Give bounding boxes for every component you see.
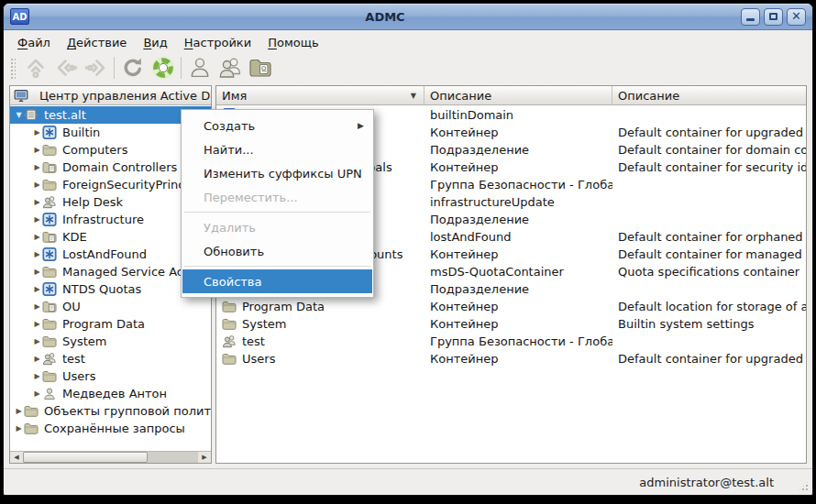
app-icon: AD xyxy=(10,8,29,25)
close-button[interactable]: ✕ xyxy=(787,8,806,26)
menu-item-label: Удалить xyxy=(204,221,364,235)
cell-description: Default container for security identi... xyxy=(612,159,806,176)
refresh-button[interactable] xyxy=(117,55,148,82)
tree-item-17[interactable]: ▶Объекты групповой политики xyxy=(10,402,211,420)
cell-description: Builtin system settings xyxy=(612,315,806,333)
expand-arrow-icon[interactable]: ▶ xyxy=(14,407,24,415)
refresh-icon xyxy=(121,56,145,80)
folder-query-button[interactable] xyxy=(245,55,275,82)
expand-arrow-icon[interactable]: ▶ xyxy=(14,424,24,433)
menubar-item-1[interactable]: Действие xyxy=(59,33,135,52)
expand-arrow-icon[interactable]: ▶ xyxy=(32,372,42,380)
expand-arrow-icon[interactable]: ▶ xyxy=(32,389,42,398)
users-button[interactable] xyxy=(215,55,245,82)
cell-type: builtinDomain xyxy=(425,106,612,124)
close-icon: ✕ xyxy=(791,10,801,22)
expand-arrow-icon[interactable]: ▶ xyxy=(32,320,42,328)
folder-icon xyxy=(42,143,57,157)
menu-separator xyxy=(184,212,370,213)
table-row[interactable]: UsersКонтейнерDefault container for upgr… xyxy=(216,350,806,367)
expand-arrow-icon[interactable]: ▶ xyxy=(32,233,42,241)
refresh-all-icon xyxy=(151,56,175,80)
users-icon xyxy=(218,56,242,80)
table-row[interactable]: SystemКонтейнерBuiltin system settings xyxy=(216,315,806,333)
tree-header[interactable]: Центр управления Active Directory xyxy=(10,86,211,105)
expand-arrow-icon[interactable]: ▶ xyxy=(32,250,42,258)
scrollbar-track[interactable] xyxy=(23,452,198,463)
tree-item-label: LostAndFound xyxy=(62,247,147,261)
maximize-icon xyxy=(769,13,777,20)
titlebar[interactable]: AD ADMC ✕ xyxy=(4,4,812,30)
go-up-icon xyxy=(24,56,48,80)
cell-type: Подразделение xyxy=(425,211,612,228)
tree-item-18[interactable]: ▶Сохранённые запросы xyxy=(10,420,211,437)
cell-description: Default container for upgraded use... xyxy=(612,350,806,367)
user-icon xyxy=(188,56,212,80)
column-header-label: Описание xyxy=(618,89,679,103)
toolbar-grip-handle[interactable] xyxy=(9,57,16,79)
tree-item-ou[interactable]: ▶OU xyxy=(10,298,211,315)
container-icon xyxy=(42,126,57,139)
column-header-0[interactable]: Имя▼ xyxy=(216,86,425,104)
folder-icon xyxy=(222,300,237,313)
menubar-item-0[interactable]: Файл xyxy=(9,33,59,52)
menubar-item-4[interactable]: Помощь xyxy=(259,33,326,52)
tree-item-label: Infrastructure xyxy=(62,213,144,226)
scroll-left-button[interactable]: ◀ xyxy=(10,452,23,463)
cell-name: test xyxy=(216,333,425,350)
maximize-button[interactable] xyxy=(764,8,783,26)
minimize-button[interactable] xyxy=(741,8,760,26)
cell-description xyxy=(612,280,806,298)
tree-item-label: Domain Controllers xyxy=(62,160,177,174)
tree-item-test[interactable]: ▶test xyxy=(10,350,211,367)
menubar-item-2[interactable]: Вид xyxy=(135,33,175,52)
context-menu-item-0[interactable]: Создать▶ xyxy=(182,114,372,137)
minimize-icon xyxy=(746,18,755,21)
context-menu-item-1[interactable]: Найти... xyxy=(182,137,372,161)
expand-arrow-icon[interactable]: ▶ xyxy=(32,198,42,206)
folder-icon xyxy=(24,422,39,435)
resize-grip[interactable] xyxy=(798,480,810,492)
context-menu-item-2[interactable]: Изменить суффиксы UPN xyxy=(182,161,372,185)
group-icon xyxy=(42,352,57,366)
table-row[interactable]: Program DataКонтейнерDefault location fo… xyxy=(216,298,806,315)
scroll-right-button[interactable]: ▶ xyxy=(198,452,211,463)
tree-item-users[interactable]: ▶Users xyxy=(10,367,211,385)
expand-arrow-icon[interactable]: ▶ xyxy=(32,337,42,345)
tree-item-label: Help Desk xyxy=(62,195,123,209)
submenu-arrow-icon: ▶ xyxy=(358,121,364,130)
expand-arrow-icon[interactable]: ▶ xyxy=(32,355,42,363)
menu-item-label: Переместить... xyxy=(204,191,364,204)
person-icon xyxy=(42,387,57,400)
tree-horizontal-scrollbar[interactable]: ◀ ▶ xyxy=(10,451,211,463)
expand-arrow-icon[interactable]: ▶ xyxy=(32,163,42,171)
folder-icon xyxy=(42,334,57,348)
folder-doc-icon xyxy=(42,230,57,244)
menu-item-label: Изменить суффиксы UPN xyxy=(204,167,364,181)
scrollbar-thumb[interactable] xyxy=(23,452,148,463)
expand-arrow-icon[interactable]: ▶ xyxy=(32,128,42,137)
menu-item-label: Найти... xyxy=(204,143,364,157)
cell-type: Контейнер xyxy=(425,159,612,176)
expand-arrow-icon[interactable]: ▶ xyxy=(32,302,42,311)
menubar-item-3[interactable]: Настройки xyxy=(176,33,259,52)
context-menu-item-8[interactable]: Свойства xyxy=(182,269,372,293)
object-name: test xyxy=(242,334,265,348)
cell-type: Контейнер xyxy=(425,246,612,263)
expand-arrow-icon[interactable]: ▶ xyxy=(32,181,42,189)
tree-item-program-data[interactable]: ▶Program Data xyxy=(10,315,211,333)
expand-arrow-icon[interactable]: ▶ xyxy=(32,285,42,293)
expand-arrow-icon[interactable]: ▶ xyxy=(32,146,42,154)
expand-arrow-icon[interactable]: ▶ xyxy=(32,268,42,276)
context-menu-item-6[interactable]: Обновить xyxy=(182,239,372,263)
user-button[interactable] xyxy=(184,55,215,82)
column-header-2[interactable]: Описание xyxy=(612,86,806,104)
refresh-all-button[interactable] xyxy=(148,55,178,82)
table-row[interactable]: testГруппа Безопасности - Глобаль... xyxy=(216,333,806,350)
column-header-1[interactable]: Описание xyxy=(425,86,612,104)
group-icon xyxy=(222,334,237,348)
collapse-arrow-icon[interactable]: ▼ xyxy=(14,111,24,119)
expand-arrow-icon[interactable]: ▶ xyxy=(32,215,42,224)
tree-item-16[interactable]: ▶Медведев Антон xyxy=(10,385,211,402)
tree-item-system[interactable]: ▶System xyxy=(10,333,211,350)
